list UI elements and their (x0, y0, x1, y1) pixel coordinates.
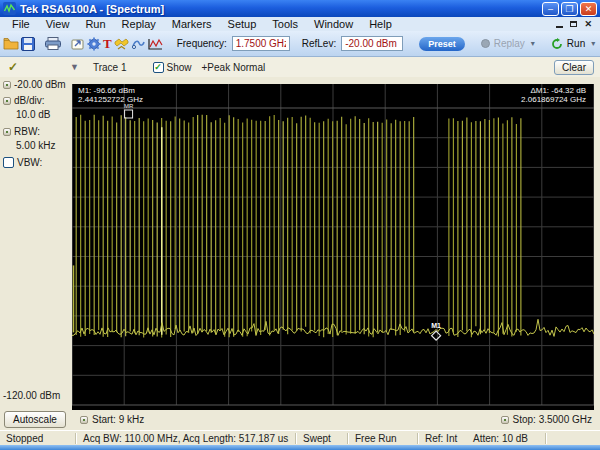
window-bottom-border (0, 445, 600, 450)
menu-view[interactable]: View (38, 18, 78, 30)
marker-delta-freq: 2.061869724 GHz (521, 95, 586, 104)
menu-setup[interactable]: Setup (220, 18, 265, 30)
adjust-knob-icon[interactable] (3, 128, 11, 136)
stop-frequency-control[interactable]: Stop: 3.5000 GHz (501, 414, 593, 425)
stop-frequency-label[interactable]: Stop: 3.5000 GHz (513, 414, 593, 425)
run-button[interactable]: Run (551, 38, 585, 50)
clear-button[interactable]: Clear (554, 60, 594, 75)
save-button[interactable] (21, 34, 35, 54)
status-separator (545, 433, 547, 444)
adjust-knob-icon[interactable] (501, 416, 509, 424)
reflev-label: RefLev: (302, 38, 336, 49)
run-dropdown-icon[interactable]: ▾ (589, 39, 597, 48)
menu-window[interactable]: Window (306, 18, 361, 30)
replay-button[interactable]: Replay ▾ (481, 38, 537, 49)
printer-icon (45, 37, 61, 50)
menu-bar: File View Run Replay Markers Setup Tools… (0, 17, 600, 31)
save-floppy-icon (21, 37, 35, 51)
scale-label: dB/div: (14, 95, 45, 106)
status-sweep-mode: Swept (297, 433, 347, 444)
reflev-input[interactable] (341, 36, 403, 51)
adjust-knob-icon[interactable] (80, 416, 88, 424)
svg-text:M1: M1 (431, 322, 441, 329)
status-reference: Ref: Int (419, 433, 467, 444)
settings-button[interactable] (87, 34, 101, 54)
main-area: -20.00 dBm dB/div: 10.0 dB RBW: 5.00 kHz… (0, 77, 600, 410)
peak-markers-icon (114, 38, 129, 50)
replay-label: Replay (494, 38, 525, 49)
adjust-knob-icon[interactable] (3, 81, 11, 89)
menu-file[interactable]: File (4, 18, 38, 30)
scale-control[interactable]: dB/div: (3, 95, 45, 106)
trace-loop-icon (131, 38, 146, 50)
frequency-label: Frequency: (177, 38, 227, 49)
text-t-icon: T (103, 36, 112, 52)
status-acquisition: Acq BW: 110.00 MHz, Acq Length: 517.187 … (77, 433, 295, 444)
trace-settings-bar: ✓ ▼ Trace 1 ✓ Show +Peak Normal Clear (0, 57, 600, 77)
open-folder-icon (3, 37, 19, 50)
marker-m1-readout: M1: -96.66 dBm 2.441252722 GHz (78, 86, 143, 104)
export-arrow-icon (71, 37, 85, 50)
vbw-label: VBW: (17, 157, 42, 168)
trace-chevron-icon[interactable]: ▼ (70, 62, 79, 72)
gear-icon (87, 37, 101, 51)
export-button[interactable] (71, 34, 85, 54)
autoscale-button[interactable]: Autoscale (4, 411, 66, 428)
minimize-button[interactable]: – (542, 2, 559, 16)
mdi-restore-icon[interactable] (570, 21, 577, 27)
replay-dropdown-icon[interactable]: ▾ (529, 39, 537, 48)
show-checkbox-group[interactable]: ✓ Show (153, 62, 192, 73)
amplitude-panel: -20.00 dBm dB/div: 10.0 dB RBW: 5.00 kHz… (0, 77, 72, 410)
marker-m1-level: M1: -96.66 dBm (78, 86, 143, 95)
menu-markers[interactable]: Markers (164, 18, 220, 30)
frequency-input[interactable] (232, 36, 290, 51)
text-display-button[interactable]: T (103, 34, 112, 54)
start-frequency-control[interactable]: Start: 9 kHz (80, 414, 144, 425)
preset-button[interactable]: Preset (419, 37, 465, 51)
peak-markers-button[interactable] (114, 34, 129, 54)
detector-mode-label[interactable]: +Peak Normal (202, 62, 266, 73)
scale-value[interactable]: 10.0 dB (16, 109, 50, 120)
status-attenuation: Atten: 10 dB (467, 433, 545, 444)
close-button[interactable]: ✕ (580, 2, 597, 16)
analysis-button[interactable] (148, 34, 163, 54)
rbw-control[interactable]: RBW: (3, 126, 40, 137)
analysis-chart-icon (148, 38, 163, 50)
trace-name[interactable]: Trace 1 (93, 62, 127, 73)
marker-m1-freq: 2.441252722 GHz (78, 95, 143, 104)
ref-level-control[interactable]: -20.00 dBm (3, 79, 66, 90)
replay-icon (481, 39, 490, 48)
window-title: Tek RSA6100A - [Spectrum] (20, 3, 164, 15)
restore-button[interactable]: ❐ (561, 2, 578, 16)
marker-delta-level: ΔM1: -64.32 dB (521, 86, 586, 95)
trace-enabled-check-icon[interactable]: ✓ (8, 60, 18, 74)
spectrum-display[interactable]: MRM1 M1: -96.66 dBm 2.441252722 GHz ΔM1:… (72, 84, 594, 410)
marker-delta-readout: ΔM1: -64.32 dB 2.061869724 GHz (521, 86, 586, 104)
vbw-control[interactable]: VBW: (3, 157, 42, 168)
vbw-checkbox[interactable] (3, 157, 14, 168)
start-frequency-label[interactable]: Start: 9 kHz (92, 414, 144, 425)
trace-overlay-button[interactable] (131, 34, 146, 54)
menu-help[interactable]: Help (361, 18, 400, 30)
app-logo-icon (3, 2, 16, 15)
status-run-state: Stopped (0, 433, 75, 444)
rbw-value[interactable]: 5.00 kHz (16, 140, 55, 151)
title-bar[interactable]: Tek RSA6100A - [Spectrum] – ❐ ✕ (0, 0, 600, 17)
rbw-label: RBW: (14, 126, 40, 137)
show-checkbox[interactable]: ✓ (153, 62, 164, 73)
toolbar: T Frequency: RefLev: Preset (0, 31, 600, 57)
menu-run[interactable]: Run (77, 18, 113, 30)
status-trigger-mode: Free Run (349, 433, 417, 444)
open-file-button[interactable] (3, 34, 19, 54)
spectrum-trace-svg[interactable]: MRM1 (72, 84, 594, 410)
frequency-axis-row: Autoscale Start: 9 kHz Stop: 3.5000 GHz (0, 410, 600, 430)
run-label: Run (567, 38, 585, 49)
print-button[interactable] (45, 34, 61, 54)
adjust-knob-icon[interactable] (3, 97, 11, 105)
ref-level-value[interactable]: -20.00 dBm (14, 79, 66, 90)
menu-replay[interactable]: Replay (114, 18, 164, 30)
menu-tools[interactable]: Tools (264, 18, 306, 30)
app-window: Tek RSA6100A - [Spectrum] – ❐ ✕ File Vie… (0, 0, 600, 450)
mdi-minimize-icon[interactable] (556, 21, 563, 28)
mdi-close-icon[interactable]: ✕ (584, 20, 592, 29)
